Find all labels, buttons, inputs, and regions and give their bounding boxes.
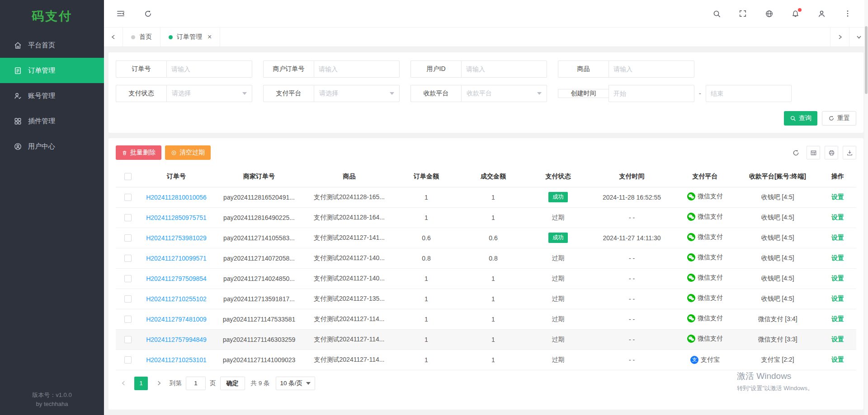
order-no-link[interactable]: H2024112850975751 (146, 214, 207, 221)
main-area: 首页 订单管理 × 订单号 (104, 0, 868, 415)
reset-button[interactable]: 重置 (822, 111, 856, 126)
goto-page-input[interactable] (186, 377, 206, 390)
order-no-link[interactable]: H2024112710255102 (146, 295, 207, 303)
select-placeholder: 请选择 (319, 89, 338, 98)
pay-platform-select[interactable]: 请选择 (314, 85, 400, 102)
row-settings-link[interactable]: 设置 (831, 275, 844, 282)
filter-order-no: 订单号 (116, 61, 252, 78)
product-cell: 支付测试20241127-114... (306, 350, 393, 370)
order-no-link[interactable]: H2024112710099571 (146, 255, 207, 262)
pay-time-cell: - - (590, 289, 674, 309)
notifications-bell-icon[interactable] (790, 9, 800, 19)
refresh-page-icon[interactable] (143, 9, 153, 19)
current-page-button[interactable]: 1 (134, 377, 148, 390)
export-icon[interactable] (843, 146, 856, 159)
clear-expired-button[interactable]: 清空过期 (165, 145, 211, 160)
receive-platform-select[interactable]: 收款平台 (461, 85, 547, 102)
profile-icon[interactable] (816, 9, 826, 19)
language-globe-icon[interactable] (764, 9, 774, 19)
end-date-input[interactable] (706, 85, 792, 102)
row-settings-link[interactable]: 设置 (831, 356, 844, 363)
order-no-input[interactable] (166, 61, 252, 78)
collapse-menu-icon[interactable] (116, 9, 126, 19)
row-checkbox[interactable] (124, 295, 132, 303)
order-no-link[interactable]: H2024112757994849 (146, 336, 207, 343)
order-no-link[interactable]: H2024112797509854 (146, 275, 207, 282)
row-checkbox[interactable] (124, 194, 132, 201)
sidebar-item-account-management[interactable]: 账号管理 (0, 83, 104, 108)
row-settings-link[interactable]: 设置 (831, 295, 844, 302)
paid-amount-cell: 1 (460, 268, 527, 289)
order-no-link[interactable]: H2024112797481009 (146, 316, 207, 323)
row-checkbox[interactable] (124, 356, 132, 364)
wechat-pay-icon (687, 253, 695, 261)
batch-delete-button[interactable]: 批量删除 (116, 145, 161, 160)
row-checkbox[interactable] (124, 316, 132, 323)
scrollbar-thumb[interactable] (865, 26, 868, 94)
start-date-input[interactable] (609, 85, 694, 102)
user-id-input[interactable] (461, 61, 547, 78)
fullscreen-icon[interactable] (738, 9, 748, 19)
per-page-select[interactable]: 10 条/页 (276, 377, 316, 390)
search-button[interactable]: 查询 (784, 111, 817, 126)
sidebar-item-order-management[interactable]: 订单管理 (0, 58, 104, 83)
column-header: 订单号 (140, 166, 212, 187)
sidebar-item-plugin-management[interactable]: 插件管理 (0, 108, 104, 134)
table-refresh-icon[interactable] (789, 146, 802, 159)
status-text: 过期 (552, 254, 565, 261)
columns-filter-icon[interactable] (807, 146, 820, 159)
chevron-down-icon (306, 382, 311, 385)
next-page-button[interactable] (152, 377, 165, 390)
select-placeholder: 请选择 (172, 89, 191, 98)
product-input[interactable] (609, 61, 694, 78)
row-settings-link[interactable]: 设置 (831, 193, 844, 201)
row-checkbox[interactable] (124, 336, 132, 343)
search-button-label: 查询 (799, 114, 811, 122)
tab-order-management[interactable]: 订单管理 × (160, 28, 220, 47)
tabs-scroll-left-icon[interactable] (104, 28, 123, 47)
print-icon[interactable] (825, 146, 838, 159)
prev-page-button[interactable] (117, 377, 130, 390)
pay-status-select[interactable]: 请选择 (166, 85, 252, 102)
more-menu-icon[interactable] (843, 9, 853, 19)
sidebar-item-label: 订单管理 (28, 66, 55, 75)
filter-label: 商户订单号 (263, 61, 314, 78)
row-checkbox[interactable] (124, 234, 132, 242)
select-all-checkbox[interactable] (124, 173, 132, 180)
sidebar-item-label: 账号管理 (28, 92, 55, 100)
merchant-order-no-input[interactable] (314, 61, 400, 78)
tabs-scroll-right-icon[interactable] (830, 28, 849, 47)
sidebar-item-user-center[interactable]: 用户中心 (0, 134, 104, 159)
chevron-down-icon (242, 92, 247, 95)
filter-merchant-order-no: 商户订单号 (263, 61, 400, 78)
filter-user-id: 用户ID (410, 61, 547, 78)
close-tab-icon[interactable]: × (208, 33, 212, 41)
status-text: 过期 (552, 356, 565, 363)
merchant-no-cell: pay202411271141009023 (212, 350, 306, 370)
row-checkbox[interactable] (124, 255, 132, 262)
merchant-no-cell: pay2024112816490225... (212, 207, 306, 228)
goto-label: 到第 (170, 379, 182, 387)
row-settings-link[interactable]: 设置 (831, 336, 844, 343)
search-icon[interactable] (712, 9, 722, 19)
order-no-link[interactable]: H2024112753981029 (146, 234, 207, 242)
receiver-cell: 微信支付 [3:4] (736, 309, 819, 329)
row-checkbox[interactable] (124, 275, 132, 282)
row-settings-link[interactable]: 设置 (831, 214, 844, 221)
vertical-scrollbar[interactable] (864, 0, 868, 415)
row-settings-link[interactable]: 设置 (831, 315, 844, 322)
order-no-link[interactable]: H2024112710253101 (146, 356, 207, 364)
version-author: by techhaha (0, 400, 104, 409)
tab-home[interactable]: 首页 (123, 28, 160, 47)
confirm-page-button[interactable]: 确定 (220, 377, 245, 390)
filter-row-1: 订单号 商户订单号 用户ID 商品 (116, 61, 856, 78)
row-settings-link[interactable]: 设置 (831, 234, 844, 241)
order-amount-cell: 1 (393, 187, 460, 207)
receiver-cell: 收钱吧 [4:5] (736, 268, 819, 289)
row-settings-link[interactable]: 设置 (831, 254, 844, 261)
sidebar-item-home[interactable]: 平台首页 (0, 33, 104, 58)
row-checkbox[interactable] (124, 214, 132, 221)
order-no-link[interactable]: H2024112810010056 (146, 194, 207, 201)
receiver-cell: 支付宝 [2:2] (736, 350, 819, 370)
order-amount-cell: 1 (393, 268, 460, 289)
